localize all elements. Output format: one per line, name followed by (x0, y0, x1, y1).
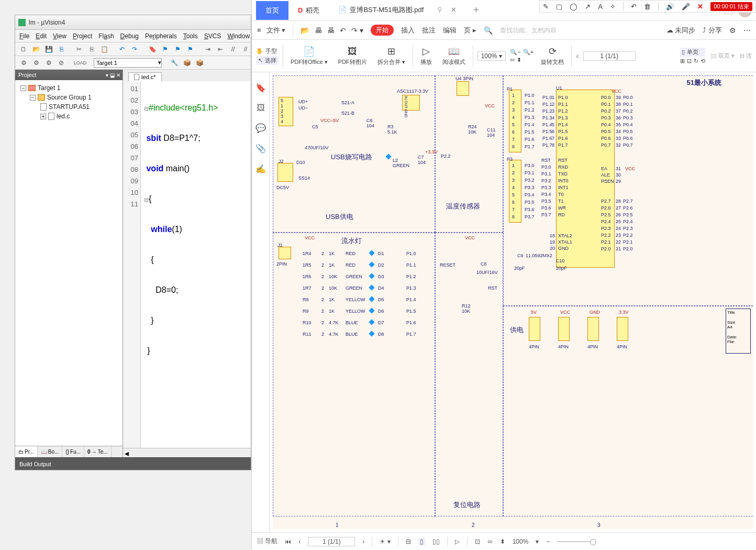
brightness-icon[interactable]: ☀ ▾ (380, 538, 390, 545)
pin-icon[interactable]: ⚲ (437, 6, 442, 14)
fit-icon[interactable]: ⊡ (475, 538, 480, 545)
undo-icon[interactable]: ↶ (117, 44, 127, 54)
menu-edit[interactable]: Edit (36, 32, 47, 40)
trash-icon[interactable]: 🗑 (644, 3, 651, 10)
tree-group[interactable]: −Source Group 1 (18, 93, 119, 102)
undo-icon[interactable]: ↶ (631, 3, 637, 10)
redo-icon[interactable]: ↷ (129, 44, 140, 54)
outdent-icon[interactable]: ⇤ (215, 44, 226, 54)
split-merge[interactable]: ⊞拆分合并 ▾ (374, 46, 408, 66)
tab-project[interactable]: 🗀 Pr... (15, 446, 38, 457)
comment-icon[interactable]: 💬 (255, 123, 266, 133)
pdf-canvas[interactable]: 51234 UD+ UD− S21-A S21-B VCC=5V C5 C610… (270, 72, 756, 532)
next-page-icon[interactable]: › (362, 538, 364, 545)
tab-books[interactable]: 📖 Bo... (38, 446, 63, 457)
menu-edit[interactable]: 编辑 (443, 26, 457, 35)
fit-icon[interactable]: ⬄ (487, 538, 493, 545)
menu-tools[interactable]: Tools (183, 32, 198, 40)
open-icon[interactable]: 📂 (31, 44, 41, 54)
menu-debug[interactable]: Debug (120, 32, 139, 40)
undo-icon[interactable]: ↶ (340, 26, 346, 35)
flag-icon[interactable]: ⚑ (160, 44, 170, 54)
print2-icon[interactable]: 🖶 (327, 26, 335, 35)
panel-controls[interactable]: ▾ ⬓ ✕ (106, 72, 120, 78)
play-button[interactable]: ▷播放 (417, 46, 435, 66)
hand-tool[interactable]: ✋ 手型 (256, 47, 279, 55)
start-button[interactable]: 开始 (371, 25, 394, 36)
saveall-icon[interactable]: ⎘ (56, 44, 66, 54)
search-input[interactable] (500, 27, 568, 34)
zoom-in-icon[interactable]: 🔍+ (523, 49, 533, 56)
layout-icon[interactable]: ⊟ (406, 538, 411, 545)
menu-page[interactable]: 页 ▸ (464, 26, 476, 35)
stop-icon[interactable]: ⊘ (56, 58, 66, 68)
menu-flash[interactable]: Flash (98, 32, 114, 40)
more-icon[interactable]: ⋯ (743, 26, 751, 35)
zoom-select[interactable]: 100% ▾ (477, 51, 506, 61)
select-tool[interactable]: ↖ 选择 (256, 56, 279, 65)
menu-annotate[interactable]: 批注 (422, 26, 436, 35)
menu-view[interactable]: View (53, 32, 66, 40)
tree-file-startup[interactable]: STARTUP.A51 (18, 102, 119, 112)
menu-window[interactable]: Window (227, 32, 250, 40)
search-icon[interactable]: 🔍 (484, 26, 493, 35)
bookmark-icon[interactable]: 🔖 (255, 83, 266, 93)
rebuild-icon[interactable]: ⚙ (31, 58, 41, 68)
arrow-icon[interactable]: ↗ (585, 3, 591, 10)
attachment-icon[interactable]: 📎 (255, 144, 266, 153)
mic-icon[interactable]: 🎤 (682, 3, 690, 10)
fit-icon[interactable]: ⬍ (500, 538, 505, 545)
read-mode[interactable]: 📖阅读模式 (439, 46, 469, 66)
comment-icon[interactable]: // (228, 44, 238, 54)
tab-home[interactable]: 首页 (256, 1, 288, 20)
fit-page-icon[interactable]: ⬍ (517, 57, 521, 63)
tab-templates[interactable]: 0→ Te... (84, 446, 111, 457)
tab-functions[interactable]: {} Fu... (62, 446, 84, 457)
prev-page-icon[interactable]: ‹ (576, 51, 579, 61)
nav-toggle[interactable]: ▥ 导航 (257, 537, 277, 546)
double-icon[interactable]: ▯▯ (432, 538, 440, 545)
gear-icon[interactable]: ⚙ (729, 26, 736, 35)
pencil-icon[interactable]: ✎ (543, 3, 549, 10)
pdf-to-image[interactable]: 🖼PDF转图片 (335, 46, 370, 66)
text-icon[interactable]: A (598, 3, 603, 10)
build-icon[interactable]: ⚙ (18, 58, 29, 68)
rotate-button[interactable]: ⟳旋转文档 (538, 46, 567, 66)
new-icon[interactable]: 🗋 (18, 44, 29, 54)
single-page[interactable]: ▯ 单页 (680, 48, 705, 57)
sync-status[interactable]: ☁ 未同步 (666, 26, 696, 35)
ruler-icon[interactable]: ⊡ (687, 58, 692, 64)
ruler-icon[interactable]: ⟲ (701, 58, 705, 64)
signature-icon[interactable]: ✍ (255, 164, 266, 174)
open-icon[interactable]: 📂 (301, 26, 309, 35)
copy-icon[interactable]: ⎘ (86, 44, 97, 54)
record-timer[interactable]: 00:00:01 结束 (710, 2, 752, 11)
zoom-minus[interactable]: − (546, 538, 550, 545)
close-tab-icon[interactable]: ✕ (451, 6, 457, 14)
tree-target[interactable]: −Target 1 (18, 83, 119, 93)
print-icon[interactable]: 🖶 (315, 26, 322, 35)
play-icon[interactable]: ▷ (455, 538, 460, 545)
ruler-icon[interactable]: ↻ (694, 58, 698, 64)
page-indicator[interactable]: 1 (1/1) (583, 51, 636, 61)
menu-icon[interactable]: ≡ (257, 26, 261, 34)
tab-pdf-file[interactable]: 📄亚博BST-M51电路图.pdf⚲✕ (329, 1, 466, 20)
thumbnail-icon[interactable]: 🖼 (257, 103, 265, 113)
flag-icon[interactable]: ⚑ (172, 44, 183, 54)
first-page-icon[interactable]: ⏮ (285, 538, 291, 545)
ruler-icon[interactable]: ⊞ (680, 58, 685, 64)
double-page[interactable]: ▯▯ 双页 ▾ (710, 52, 735, 60)
save-icon[interactable]: 💾 (43, 44, 54, 54)
manage-icon[interactable]: 📦 (194, 58, 205, 68)
file-menu[interactable]: 文件 ▾ (266, 26, 286, 35)
editor-tab-led[interactable]: led.c* (128, 72, 162, 81)
circle-icon[interactable]: ◯ (570, 3, 577, 10)
menu-insert[interactable]: 插入 (401, 26, 415, 35)
wand-icon[interactable]: ✧ (610, 3, 616, 10)
menu-svcs[interactable]: SVCS (204, 32, 221, 40)
menu-peripherals[interactable]: Peripherals (145, 32, 177, 40)
share-button[interactable]: ⤴ 分享 (703, 26, 722, 35)
menu-project[interactable]: Project (73, 32, 92, 40)
uncomment-icon[interactable]: // (240, 44, 251, 54)
pdf-to-office[interactable]: 📄PDF转Office ▾ (287, 46, 331, 66)
